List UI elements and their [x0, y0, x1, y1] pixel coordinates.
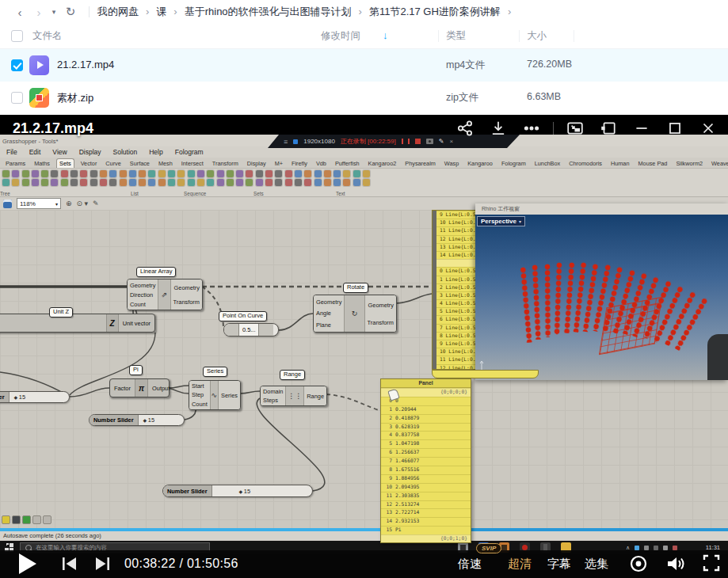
panel-row: 30.628319 — [381, 423, 471, 432]
gh-port: Geometry — [316, 299, 341, 306]
maximize-icon[interactable] — [666, 120, 684, 137]
gh-component-icon: ↻ — [345, 295, 364, 332]
column-modified[interactable]: 修改时间 — [321, 29, 360, 43]
gh-tool-icon — [80, 179, 87, 186]
view-icon: ⊙ ▾ — [77, 200, 89, 207]
picture-in-picture-icon[interactable] — [566, 120, 584, 137]
gh-tab: Surface — [128, 159, 152, 168]
gh-port: Geometry — [174, 284, 200, 291]
gh-port: Steps — [263, 397, 283, 404]
gh-tool-icon — [22, 170, 29, 177]
column-size[interactable]: 大小 — [527, 29, 547, 43]
video-content[interactable]: Grasshopper - Tools* ≡ 1920x1080 正在录制 [0… — [0, 135, 728, 554]
table-row[interactable]: 21.2.17.mp4 mp4文件 726.20MB — [0, 49, 728, 82]
screen: ‹ › ▾ ↻ 我的网盘课基于rhino的软件强化与出图辅导计划第11节2.17… — [0, 0, 728, 578]
quality-button[interactable]: 超清 — [508, 557, 532, 572]
gh-tool-icon — [109, 179, 116, 186]
gh-port: Count — [130, 301, 155, 308]
gh-label-pi: Pi — [129, 365, 143, 375]
minimize-icon[interactable] — [633, 120, 650, 137]
gh-tool-icon — [236, 170, 243, 177]
gh-menu-item: View — [52, 148, 67, 156]
unit-z-glyph: Z — [106, 314, 119, 332]
column-name[interactable]: 文件名 — [32, 29, 63, 43]
menu-icon: ≡ — [284, 138, 288, 146]
red-sphere-column — [520, 267, 532, 343]
recording-status: 正在录制 [00:22:59] — [341, 137, 396, 146]
breadcrumb-item[interactable]: 第11节2.17 GH进阶案例讲解 — [369, 5, 518, 19]
back-icon[interactable]: ‹ — [10, 6, 30, 19]
refresh-icon[interactable]: ↻ — [60, 5, 81, 19]
gh-tab: Intersect — [179, 159, 206, 168]
gh-tool-icon — [41, 179, 48, 186]
download-icon[interactable] — [490, 120, 507, 137]
record-gif-icon[interactable] — [628, 553, 649, 577]
player-controls: 00:38:22 / 01:50:56 倍速 SVIP 超清 字幕 选集 — [0, 550, 728, 578]
stop-icon — [415, 139, 421, 144]
gh-component-rotate: GeometryAnglePlane ↻ GeometryTransform — [313, 295, 397, 333]
tray-icon — [644, 546, 649, 550]
gh-tool-icon — [51, 179, 58, 186]
red-sphere-column — [532, 264, 541, 340]
gh-component-icon: ⇗ — [158, 279, 170, 310]
play-button[interactable] — [19, 553, 36, 574]
gh-port: Angle — [316, 310, 341, 317]
column-type[interactable]: 类型 — [446, 29, 466, 43]
gh-tool-icon — [265, 179, 273, 186]
table-row[interactable]: 素材.zip zip文件 6.63MB — [0, 82, 728, 114]
gh-label-rotate: Rotate — [343, 283, 368, 293]
gh-tool-icon — [363, 170, 370, 177]
gh-port: Transform — [173, 299, 200, 306]
file-size: 6.63MB — [527, 91, 561, 102]
fullscreen-icon[interactable] — [702, 553, 721, 576]
row-checkbox[interactable] — [11, 92, 23, 104]
dock-window-icon[interactable] — [600, 120, 617, 137]
gh-tab: Physarealm — [402, 159, 438, 168]
gh-port: Series — [221, 392, 238, 399]
history-dropdown-icon[interactable]: ▾ — [48, 8, 60, 16]
gh-label-series: Series — [203, 367, 227, 377]
gh-toolbar-icons — [2, 170, 373, 189]
playback-speed-button[interactable]: 倍速 — [458, 557, 482, 572]
more-icon[interactable] — [523, 120, 540, 137]
sort-desc-icon[interactable]: ↓ — [383, 29, 388, 41]
breadcrumb-item[interactable]: 我的网盘 — [97, 5, 156, 19]
viewport-label: Perspective▾ — [477, 216, 525, 226]
forward-icon[interactable]: › — [30, 6, 48, 19]
gh-tool-icon — [334, 170, 341, 177]
gh-line-panel-bottom — [432, 370, 539, 378]
gauge-icon — [43, 515, 51, 524]
progress-line — [0, 528, 728, 531]
rhino-viewport: Perspective▾ — [475, 215, 728, 380]
row-checkbox[interactable] — [11, 59, 23, 71]
gh-number-slider-mid: Number Slider 15 — [89, 414, 185, 426]
gh-tab: Display — [245, 159, 269, 168]
panel-row: 61.256637 — [381, 448, 471, 457]
panel-row: 51.047198 — [381, 439, 471, 448]
file-name[interactable]: 素材.zip — [57, 91, 93, 105]
close-icon[interactable] — [699, 120, 717, 137]
breadcrumb-item[interactable]: 基于rhino的软件强化与出图辅导计划 — [185, 5, 369, 19]
volume-icon[interactable] — [665, 554, 686, 576]
gh-tab: Kangaroo — [465, 159, 495, 168]
select-all-checkbox[interactable] — [11, 30, 23, 42]
episodes-button[interactable]: 选集 — [585, 557, 608, 572]
subtitles-button[interactable]: 字幕 — [547, 557, 571, 572]
next-button[interactable] — [93, 556, 112, 575]
panel-rows: {0;0;0;0}0010.2094420.41887930.62831940.… — [381, 388, 471, 543]
previous-button[interactable] — [60, 556, 79, 575]
gh-menu-item: Fologram — [175, 148, 204, 156]
gh-tab: Curve — [103, 159, 123, 168]
red-sphere-column — [554, 262, 562, 335]
panel-row: 40.837758 — [381, 431, 471, 439]
breadcrumb-item[interactable]: 课 — [156, 5, 184, 19]
share-icon[interactable] — [456, 120, 474, 137]
sketch-icon: ✎ — [93, 200, 99, 207]
gh-number-panel: Panel {0;0;0;0}0010.2094420.41887930.628… — [380, 378, 471, 543]
gh-tab: Kangaroo2 — [366, 159, 399, 168]
panel-row: 71.466077 — [381, 457, 471, 466]
gh-port: Domain — [263, 388, 283, 395]
panel-row: 10.20944 — [381, 405, 471, 414]
file-name[interactable]: 21.2.17.mp4 — [57, 59, 114, 70]
gh-tool-icon — [120, 170, 127, 177]
